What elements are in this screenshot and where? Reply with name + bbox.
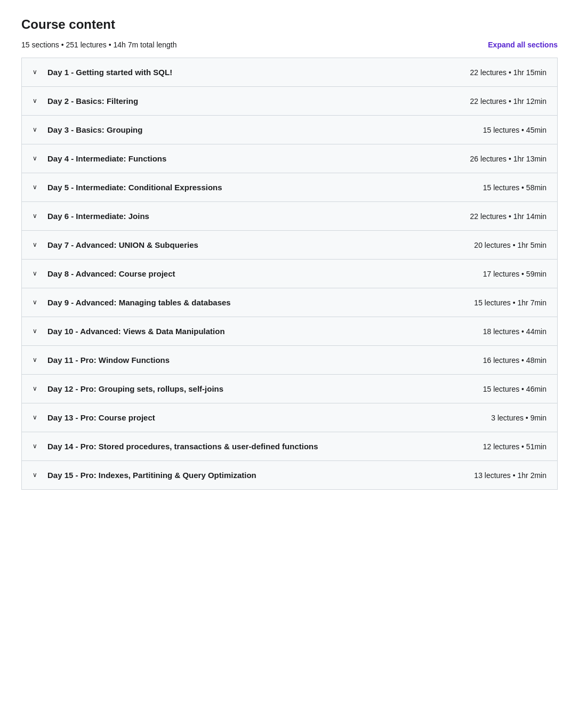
section-title: Day 13 - Pro: Course project: [47, 412, 155, 423]
section-meta: 16 lectures • 48min: [483, 356, 546, 365]
section-row[interactable]: ∨Day 12 - Pro: Grouping sets, rollups, s…: [22, 375, 557, 403]
section-row[interactable]: ∨Day 14 - Pro: Stored procedures, transa…: [22, 432, 557, 461]
page-title: Course content: [21, 17, 558, 32]
chevron-down-icon: ∨: [33, 126, 41, 133]
section-title: Day 1 - Getting started with SQL!: [47, 67, 172, 78]
section-row[interactable]: ∨Day 1 - Getting started with SQL!22 lec…: [22, 58, 557, 87]
section-row[interactable]: ∨Day 6 - Intermediate: Joins22 lectures …: [22, 202, 557, 231]
chevron-down-icon: ∨: [33, 97, 41, 104]
chevron-down-icon: ∨: [33, 270, 41, 277]
section-title: Day 14 - Pro: Stored procedures, transac…: [47, 441, 318, 452]
chevron-down-icon: ∨: [33, 471, 41, 479]
section-meta: 22 lectures • 1hr 15min: [470, 68, 546, 77]
section-meta: 13 lectures • 1hr 2min: [474, 471, 546, 480]
chevron-down-icon: ∨: [33, 68, 41, 76]
section-row[interactable]: ∨Day 13 - Pro: Course project3 lectures …: [22, 403, 557, 432]
section-title: Day 4 - Intermediate: Functions: [47, 153, 166, 164]
section-meta: 15 lectures • 46min: [483, 385, 546, 393]
section-row[interactable]: ∨Day 11 - Pro: Window Functions16 lectur…: [22, 346, 557, 375]
section-title: Day 3 - Basics: Grouping: [47, 124, 142, 135]
chevron-down-icon: ∨: [33, 327, 41, 335]
section-title: Day 15 - Pro: Indexes, Partitining & Que…: [47, 470, 256, 481]
section-row[interactable]: ∨Day 9 - Advanced: Managing tables & dat…: [22, 288, 557, 317]
section-title: Day 11 - Pro: Window Functions: [47, 354, 170, 366]
section-meta: 12 lectures • 51min: [483, 442, 546, 451]
chevron-down-icon: ∨: [33, 356, 41, 363]
section-meta: 3 lectures • 9min: [491, 414, 546, 422]
course-meta-text: 15 sections • 251 lectures • 14h 7m tota…: [21, 41, 177, 49]
section-title: Day 9 - Advanced: Managing tables & data…: [47, 297, 231, 308]
section-row[interactable]: ∨Day 7 - Advanced: UNION & Subqueries20 …: [22, 231, 557, 260]
section-row[interactable]: ∨Day 5 - Intermediate: Conditional Expre…: [22, 173, 557, 202]
section-meta: 26 lectures • 1hr 13min: [470, 155, 546, 163]
chevron-down-icon: ∨: [33, 241, 41, 248]
section-meta: 22 lectures • 1hr 12min: [470, 97, 546, 106]
section-title: Day 10 - Advanced: Views & Data Manipula…: [47, 326, 225, 337]
section-title: Day 5 - Intermediate: Conditional Expres…: [47, 182, 222, 193]
expand-all-button[interactable]: Expand all sections: [488, 41, 558, 49]
section-row[interactable]: ∨Day 3 - Basics: Grouping15 lectures • 4…: [22, 116, 557, 144]
section-title: Day 8 - Advanced: Course project: [47, 268, 175, 279]
section-meta: 15 lectures • 58min: [483, 183, 546, 192]
chevron-down-icon: ∨: [33, 183, 41, 191]
chevron-down-icon: ∨: [33, 442, 41, 450]
meta-row: 15 sections • 251 lectures • 14h 7m tota…: [21, 41, 558, 49]
section-meta: 20 lectures • 1hr 5min: [474, 241, 546, 249]
section-meta: 17 lectures • 59min: [483, 270, 546, 278]
chevron-down-icon: ∨: [33, 212, 41, 220]
section-meta: 15 lectures • 1hr 7min: [474, 298, 546, 307]
sections-container: ∨Day 1 - Getting started with SQL!22 lec…: [21, 58, 558, 490]
chevron-down-icon: ∨: [33, 414, 41, 421]
section-row[interactable]: ∨Day 8 - Advanced: Course project17 lect…: [22, 260, 557, 288]
section-title: Day 12 - Pro: Grouping sets, rollups, se…: [47, 383, 223, 394]
chevron-down-icon: ∨: [33, 385, 41, 392]
section-meta: 15 lectures • 45min: [483, 126, 546, 134]
section-row[interactable]: ∨Day 15 - Pro: Indexes, Partitining & Qu…: [22, 461, 557, 489]
section-row[interactable]: ∨Day 2 - Basics: Filtering22 lectures • …: [22, 87, 557, 116]
section-title: Day 2 - Basics: Filtering: [47, 95, 138, 107]
section-meta: 22 lectures • 1hr 14min: [470, 212, 546, 221]
chevron-down-icon: ∨: [33, 298, 41, 306]
section-row[interactable]: ∨Day 4 - Intermediate: Functions26 lectu…: [22, 144, 557, 173]
section-title: Day 7 - Advanced: UNION & Subqueries: [47, 239, 198, 250]
section-title: Day 6 - Intermediate: Joins: [47, 211, 149, 222]
section-row[interactable]: ∨Day 10 - Advanced: Views & Data Manipul…: [22, 317, 557, 346]
chevron-down-icon: ∨: [33, 155, 41, 162]
section-meta: 18 lectures • 44min: [483, 327, 546, 336]
